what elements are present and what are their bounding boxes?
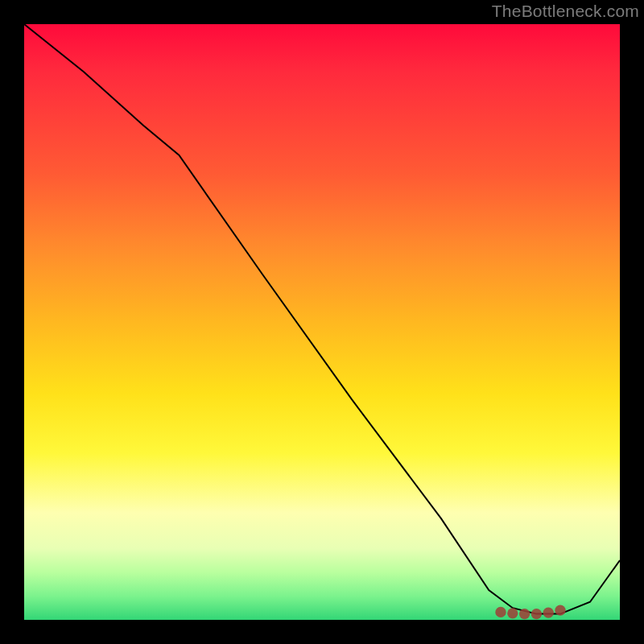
chart-overlay [24, 24, 620, 620]
plot-area [24, 24, 620, 620]
series-curve [24, 24, 620, 614]
watermark-text: TheBottleneck.com [492, 2, 639, 21]
min-marker [555, 605, 565, 616]
min-marker [495, 607, 506, 617]
min-marker [543, 607, 554, 617]
min-marker [531, 609, 542, 619]
min-marker [507, 608, 518, 618]
min-marker [519, 609, 530, 619]
chart-canvas: TheBottleneck.com [0, 0, 644, 644]
